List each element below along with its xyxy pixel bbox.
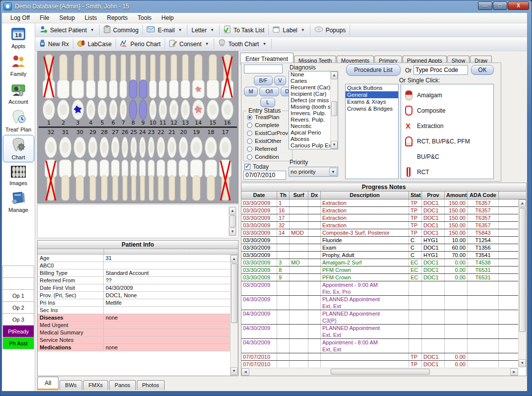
operatory-cell[interactable] (2, 265, 34, 278)
column-header[interactable]: Dx (308, 192, 321, 199)
sidebar-item-family[interactable]: Family (3, 52, 34, 79)
column-header[interactable] (499, 192, 526, 199)
scroll-up-icon[interactable]: ▲ (519, 199, 526, 207)
entry-status-option[interactable]: TreatPlan (243, 113, 292, 121)
diagnosis-item[interactable]: Defect (or miss (289, 97, 330, 104)
entry-status-option[interactable]: ExistCurProv (243, 129, 292, 137)
entry-status-option[interactable]: Referred (243, 145, 292, 153)
scroll-down-icon[interactable]: ▼ (331, 141, 338, 149)
scroll-up-icon[interactable]: ▲ (229, 207, 236, 215)
menu-item[interactable]: Setup (55, 13, 79, 22)
quick-buttons-category[interactable]: Quick Buttons (346, 84, 398, 91)
image-tab[interactable]: FMXs (83, 380, 109, 390)
surface-bf-button[interactable]: B/F (254, 76, 273, 85)
ok-button[interactable]: OK (471, 65, 494, 75)
progress-note-row[interactable]: 03/30/2009 32 Extraction TP DOC1 150.00 … (241, 222, 519, 229)
scroll-down-icon[interactable]: ▼ (229, 228, 236, 236)
menu-item[interactable]: Log Off (6, 13, 34, 22)
operatory-cell[interactable]: Op 1 (2, 289, 34, 302)
graphical-tooth-chart[interactable]: 1234567891011121314151632313029282726252… (37, 51, 238, 203)
diagnosis-item[interactable]: Necrotic (289, 123, 330, 130)
diagnosis-item[interactable]: Missing (tooth s (289, 104, 330, 110)
diagnosis-item[interactable]: Recurrent (Car) (289, 84, 330, 91)
image-tab[interactable]: Photos (137, 380, 165, 390)
entry-status-option[interactable]: ExistOther (243, 137, 292, 145)
menu-item[interactable]: File (35, 13, 54, 22)
quick-buttons-category[interactable]: General (346, 91, 398, 98)
progress-note-row[interactable]: 07/07/2010 TP DOC1 0.00 (241, 361, 519, 367)
entry-status-option[interactable]: Complete (243, 121, 292, 129)
sidebar-item-images[interactable]: Images (3, 163, 34, 188)
close-button[interactable]: X (508, 1, 529, 10)
email-button[interactable]: E-mail ▼ (143, 23, 187, 37)
surface-m-button[interactable]: M (244, 87, 258, 96)
progress-note-row[interactable]: 03/30/2009 Prophy, Adult C HYG1 70.00 T3… (241, 252, 519, 259)
select-patient-dropdown[interactable]: ▼ (89, 28, 95, 32)
scroll-down-icon[interactable]: ▼ (519, 359, 526, 367)
progress-note-row[interactable]: 03/30/2009 9 PFM Crown EC DOC1 0.00 T653… (241, 274, 519, 281)
progress-note-row[interactable]: 03/30/2009 17 Extraction TP DOC1 150.00 … (241, 214, 519, 222)
operatory-cell[interactable] (2, 277, 34, 290)
progress-note-row[interactable]: 07/07/2010 TP DOC1 0.00 (241, 353, 519, 361)
labcase-button[interactable]: LabCase (73, 37, 116, 51)
menu-item[interactable]: Reports (103, 13, 132, 22)
column-header[interactable]: Amount (445, 192, 468, 199)
single-click-procedure[interactable]: RCT (403, 164, 491, 180)
image-tab[interactable]: BWs (59, 380, 82, 390)
operatory-cell[interactable]: Ph Asst (2, 337, 34, 349)
proc-code-input[interactable] (414, 65, 468, 75)
diagnosis-scrollbar[interactable]: ▲ ▼ (330, 71, 338, 149)
progress-note-row[interactable]: 04/30/2009 PLANNED Appointment Ext, Ext (241, 296, 519, 310)
chart-notes-scrollbar[interactable]: ▲ ▼ (229, 206, 236, 236)
progress-note-row[interactable]: 04/30/2009 PLANNED Appointment Ext, Ext (241, 325, 519, 339)
letter-button[interactable]: Letter ▼ (187, 23, 219, 37)
diagnosis-item[interactable]: Abcess (289, 136, 330, 142)
diagnosis-item[interactable]: None (289, 71, 330, 78)
progress-notes-vscrollbar[interactable]: ▲ ▼ (518, 199, 526, 367)
to-task-list-button[interactable]: To Task List (220, 23, 268, 37)
progress-note-row[interactable]: 03/30/2009 Fluoride C HYG1 10.00 T1254 (241, 237, 519, 244)
column-header[interactable]: Stat (409, 192, 422, 199)
scroll-up-icon[interactable]: ▲ (231, 255, 237, 263)
single-click-procedure[interactable]: Amalgam (403, 87, 491, 103)
progress-notes-hscrollbar[interactable]: ◄ ► (241, 368, 518, 376)
single-click-procedure[interactable]: RCT, BU/P&C, PFM (403, 133, 491, 149)
today-checkbox-icon[interactable] (244, 164, 250, 170)
diagnosis-item[interactable]: Apical Perio (289, 130, 330, 136)
tooth-number-input[interactable] (244, 65, 283, 73)
sidebar-item-treatplan[interactable]: Treat' Plan (3, 107, 34, 134)
progress-note-row[interactable]: 03/30/2009 Appointment - 9:00 AM Flo, Ex… (241, 281, 519, 296)
quick-buttons-category[interactable]: Crowns & Bridges (346, 105, 398, 112)
label-button[interactable]: Label ▼ (269, 23, 309, 37)
progress-note-row[interactable]: 03/30/2009 Exam C DOC1 60.00 T1356 (241, 244, 519, 252)
surface-l-button[interactable]: L (260, 98, 275, 107)
sidebar-item-account[interactable]: Account (3, 79, 34, 107)
maximize-button[interactable]: □ (493, 1, 507, 10)
progress-note-row[interactable]: 04/30/2009 Appointment - 8:00 AM Ext, Ex… (241, 339, 519, 353)
menu-item[interactable]: Lists (80, 13, 102, 22)
entry-status-option[interactable]: Condition (243, 153, 292, 161)
operatory-cell[interactable]: Op 3 (2, 313, 34, 326)
diagnosis-item[interactable]: Caries (289, 78, 330, 84)
new-rx-button[interactable]: New Rx (35, 37, 73, 51)
scroll-down-icon[interactable]: ▼ (231, 367, 237, 375)
operatory-cell[interactable]: Op 2 (2, 301, 34, 314)
progress-note-row[interactable]: 03/30/2009 1 Extraction TP DOC1 150.00 T… (241, 199, 519, 207)
sidebar-item-chart[interactable]: Chart (3, 135, 34, 162)
consent-button[interactable]: Consent ▼ (165, 37, 214, 51)
letter-dropdown[interactable]: ▼ (209, 28, 215, 32)
column-header[interactable]: Surf (290, 192, 308, 199)
operatory-cell[interactable]: PtReady (2, 325, 34, 337)
tooth-chart-button[interactable]: Tooth Chart ▼ (214, 37, 271, 51)
surface-oi-button[interactable]: O/I (259, 87, 279, 96)
image-tab[interactable]: Panos (109, 380, 135, 390)
diagnosis-item[interactable]: Incipient (Car) (289, 91, 330, 97)
column-header[interactable]: Description (321, 192, 409, 199)
perio-chart-button[interactable]: Perio Chart (116, 37, 165, 51)
column-header[interactable]: Date (241, 192, 277, 199)
consent-dropdown[interactable]: ▼ (204, 42, 210, 46)
progress-note-row[interactable]: 03/30/2009 16 Extraction TP DOC1 150.00 … (241, 207, 519, 214)
surface-v-button[interactable]: V (274, 76, 286, 85)
procedure-date-input[interactable] (243, 171, 286, 180)
single-click-procedure[interactable]: BU/P&C (403, 149, 491, 164)
